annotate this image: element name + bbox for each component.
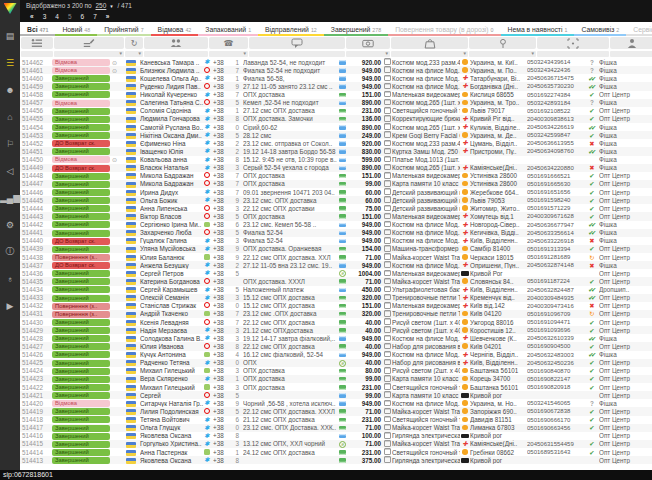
table-row[interactable]: 514429ЗавершенийНадія Мерзаєва✱+38321.12…	[20, 326, 652, 334]
customer-phone[interactable]: +38	[213, 59, 231, 66]
customer-phone[interactable]: +38	[213, 140, 231, 147]
tab-Відмова[interactable]: Відмова42	[151, 24, 199, 36]
customer-phone[interactable]: +38	[213, 449, 231, 456]
customer-phone[interactable]: +38	[213, 91, 231, 98]
customer-phone[interactable]: +38	[213, 270, 231, 277]
customer-phone[interactable]: +38	[213, 416, 231, 423]
dashboard-icon[interactable]: ▤	[0, 22, 20, 49]
table-row[interactable]: 514462Відмова⊙Каневська Тамара ..✱+381Ла…	[20, 58, 652, 66]
comment-column-icon[interactable]	[249, 37, 345, 49]
first-page-button[interactable]: «	[30, 13, 34, 20]
customer-phone[interactable]: +38	[213, 286, 231, 293]
table-row[interactable]: 514461Відмова⊙Близнюк Людмила ..+387Фиал…	[20, 66, 652, 74]
filter-refresh-column[interactable]: ▼	[125, 51, 143, 57]
table-row[interactable]: 514432Повернення (з..Станіслав Стрижак+3…	[20, 302, 652, 310]
customer-phone[interactable]: +38	[213, 189, 231, 196]
table-row[interactable]: 514418ЗавершенийТетяна Войтович✱+38621.1…	[20, 416, 652, 424]
customer-phone[interactable]: +38	[213, 205, 231, 212]
table-row[interactable]: 514422ЗавершенийМихаил Гилецький+383ОПХ …	[20, 383, 652, 391]
table-row[interactable]: 514442ЗавершенийСергіюнко Ірина Ми..+386…	[20, 221, 652, 229]
page-size-dropdown[interactable]: 250	[96, 2, 107, 9]
customer-phone[interactable]: +38	[213, 302, 231, 309]
video-icon[interactable]: ▶	[0, 292, 20, 319]
customer-phone[interactable]: +38	[213, 440, 231, 447]
table-row[interactable]: 514455ЗавершенийЛюдмила Гончарова✱+388ОП…	[20, 115, 652, 123]
customer-phone[interactable]: +38	[213, 375, 231, 382]
table-row[interactable]: 514414ЗавершенийАнна Пастернак+38124.12 …	[20, 448, 652, 456]
customer-phone[interactable]: +38	[213, 172, 231, 179]
company-icon[interactable]: ⌂	[0, 103, 20, 130]
table-row[interactable]: 514447ЗавершенийМикола Бадражан+387ОПХ д…	[20, 180, 652, 188]
refresh-column-icon[interactable]: ↻	[125, 37, 143, 49]
customer-phone[interactable]: +38	[213, 132, 231, 139]
filter-product-column[interactable]: ▼	[391, 51, 468, 57]
table-row[interactable]: 514431Повернення (з..Андрій Ткаченко+387…	[20, 310, 652, 318]
table-row[interactable]: 514457ВідмоваСалегина Татьяна С..+385Кем…	[20, 99, 652, 107]
phone-column-icon[interactable]: ☎	[209, 37, 248, 49]
customer-phone[interactable]: +38	[213, 384, 231, 391]
customer-phone[interactable]: +38	[213, 180, 231, 187]
customer-column-icon[interactable]	[144, 37, 208, 49]
customer-phone[interactable]: +38	[213, 156, 231, 163]
table-row[interactable]: 514458ЗавершенийНиколай Кучеренко✱+387ОП…	[20, 91, 652, 99]
table-row[interactable]: 514449ДО Возврат ск.Власюк Наталья✱+383С…	[20, 164, 652, 172]
customer-phone[interactable]: +38	[213, 107, 231, 114]
filter-ttn-column[interactable]	[537, 51, 609, 57]
table-row[interactable]: 514444ЗавершенийАнна Липенська+38322.12 …	[20, 204, 652, 212]
customer-phone[interactable]: +38	[213, 432, 231, 439]
customer-phone[interactable]: +38	[213, 229, 231, 236]
customer-phone[interactable]: +38	[213, 262, 231, 269]
table-row[interactable]: 514452ДО Возврат ск.Єфименко Ніна✱+38223…	[20, 139, 652, 147]
customers-icon[interactable]: ☻	[0, 76, 20, 103]
table-row[interactable]: 514446ЗавершенийИрина Дидух✱+38709.01 зв…	[20, 188, 652, 196]
page-number-6[interactable]: 6	[81, 13, 85, 20]
product-column-icon[interactable]	[391, 37, 468, 49]
table-row[interactable]: 514436ЗавершенийСергей Петров✱+385₴1004.…	[20, 269, 652, 277]
filter-payment-column[interactable]: ▼	[346, 51, 390, 57]
customer-phone[interactable]: +38	[213, 75, 231, 82]
table-row[interactable]: 514439ЗавершенийУляна Мусійовська✱+389ОП…	[20, 245, 652, 253]
customer-phone[interactable]: +38	[213, 367, 231, 374]
table-row[interactable]: 514427ЗавершенийЮлия Иванова+38822.12 см…	[20, 342, 652, 350]
customer-phone[interactable]: +38	[213, 392, 231, 399]
table-row[interactable]: 514430ЗавершенийКсенія Левадняя+38722.12…	[20, 318, 652, 326]
table-row[interactable]: 514424ЗавершенийМихаил Гилецький+383ОПХ …	[20, 367, 652, 375]
customer-phone[interactable]: +38	[213, 335, 231, 342]
table-row[interactable]: 514428ЗавершенийСолодкова Галина В..✱+38…	[20, 334, 652, 342]
table-row[interactable]: 514433ЗавершенийОлексій Семанін✱+38315.1…	[20, 294, 652, 302]
ttn-column-icon[interactable]	[537, 37, 609, 49]
table-row[interactable]: 514434ЗавершенийСергей Карамышев✱+385Нал…	[20, 286, 652, 294]
filter-comment-column[interactable]	[249, 51, 345, 57]
filter-customer-column[interactable]	[144, 51, 208, 57]
table-row[interactable]: 514454ЗавершенийСамотій Руслана Во..✱+38…	[20, 123, 652, 131]
chevron-down-icon[interactable]: ▾	[110, 3, 113, 9]
table-row[interactable]: 514448ЗавершенийМикола Бадражан+387ОПХ д…	[20, 172, 652, 180]
table-row[interactable]: 514459ЗавершенийРуденко Лидия Пав..+3892…	[20, 82, 652, 90]
customer-phone[interactable]: +38	[213, 83, 231, 90]
customer-phone[interactable]: +38	[213, 99, 231, 106]
table-row[interactable]: 514440ДО Возврат ск.Гуцалюк Галина✱+383Ф…	[20, 237, 652, 245]
order-id-column-icon[interactable]	[21, 37, 53, 49]
table-row[interactable]: 514450Відмова⊙Ковальова анна✱+38815.12. …	[20, 156, 652, 164]
table-row[interactable]: 514438Повернення (з..Юлия Баланюк+38922.…	[20, 253, 652, 261]
table-row[interactable]: 514456ЗавершенийСоломія Сідоніна✱+38127.…	[20, 107, 652, 115]
tab-Новий[interactable]: Новий48	[55, 24, 97, 36]
tab-Повернення товару (в дорозі)[interactable]: Повернення товару (в дорозі)0	[388, 24, 500, 36]
table-row[interactable]: 514437ДО Возврат ск.Анжела Безушку✱+3822…	[20, 261, 652, 269]
table-row[interactable]: 514421ЗавершенийСергей+38599.00Карта пам…	[20, 391, 652, 399]
tab-Завершений[interactable]: Завершений278	[324, 24, 388, 36]
customer-phone[interactable]: +38	[213, 327, 231, 334]
customer-phone[interactable]: +38	[213, 221, 231, 228]
settings-icon[interactable]: ⚙	[0, 211, 20, 238]
channel-column-icon[interactable]	[610, 37, 652, 49]
tab-Всі[interactable]: Всі471	[20, 24, 55, 36]
page-number-4[interactable]: 4	[55, 13, 59, 20]
filter-channel-column[interactable]	[610, 51, 652, 57]
customer-phone[interactable]: +38	[213, 67, 231, 74]
table-row[interactable]: 514417ЗавершенийОльга Глущук✱+38023.12 с…	[20, 424, 652, 432]
table-row[interactable]: 514445ЗавершенийОльга Божик✱+38923.12 см…	[20, 196, 652, 204]
page-number-7[interactable]: 7	[93, 13, 97, 20]
table-row[interactable]: 514441ЗавершенийЗахарченко Люба+385Фиалк…	[20, 229, 652, 237]
table-row[interactable]: 514425ЗавершенийРадченко Тетяна✱+380ОПХ₴…	[20, 359, 652, 367]
payment-column-icon[interactable]	[346, 37, 390, 49]
